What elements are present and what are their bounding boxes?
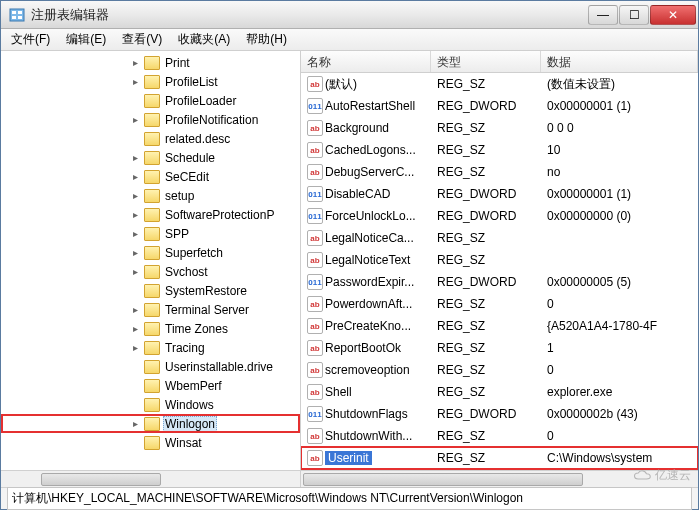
- menu-edit[interactable]: 编辑(E): [60, 29, 112, 50]
- list-row[interactable]: abLegalNoticeCa...REG_SZ: [301, 227, 698, 249]
- tree-horizontal-scrollbar[interactable]: [1, 470, 300, 487]
- scrollbar-thumb[interactable]: [303, 473, 583, 486]
- maximize-button[interactable]: ☐: [619, 5, 649, 25]
- tree-item-windows[interactable]: Windows: [1, 395, 300, 414]
- menu-file[interactable]: 文件(F): [5, 29, 56, 50]
- list-row[interactable]: abPowerdownAft...REG_SZ0: [301, 293, 698, 315]
- tree-item-time-zones[interactable]: ▸Time Zones: [1, 319, 300, 338]
- tree-item-tracing[interactable]: ▸Tracing: [1, 338, 300, 357]
- tree-item-userinstallable-drive[interactable]: Userinstallable.drive: [1, 357, 300, 376]
- minimize-button[interactable]: —: [588, 5, 618, 25]
- status-path: 计算机\HKEY_LOCAL_MACHINE\SOFTWARE\Microsof…: [7, 487, 692, 510]
- close-button[interactable]: ✕: [650, 5, 696, 25]
- column-name[interactable]: 名称: [301, 51, 431, 72]
- list-row[interactable]: abLegalNoticeTextREG_SZ: [301, 249, 698, 271]
- tree-item-softwareprotectionp[interactable]: ▸SoftwareProtectionP: [1, 205, 300, 224]
- titlebar[interactable]: 注册表编辑器 — ☐ ✕: [1, 1, 698, 29]
- menu-favorites[interactable]: 收藏夹(A): [172, 29, 236, 50]
- value-type: REG_DWORD: [431, 407, 541, 421]
- list-row[interactable]: 011AutoRestartShellREG_DWORD0x00000001 (…: [301, 95, 698, 117]
- expand-icon[interactable]: ▸: [129, 266, 141, 277]
- tree-item-winsat[interactable]: Winsat: [1, 433, 300, 452]
- list-row[interactable]: 011DisableCADREG_DWORD0x00000001 (1): [301, 183, 698, 205]
- value-name: Background: [325, 121, 431, 135]
- expand-icon[interactable]: ▸: [129, 418, 141, 429]
- expand-icon[interactable]: ▸: [129, 247, 141, 258]
- folder-icon: [144, 208, 160, 222]
- svg-rect-2: [12, 16, 16, 19]
- tree-body[interactable]: ▸Print▸ProfileListProfileLoader▸ProfileN…: [1, 51, 300, 470]
- list-body[interactable]: ab(默认)REG_SZ(数值未设置)011AutoRestartShellRE…: [301, 73, 698, 470]
- tree-item-schedule[interactable]: ▸Schedule: [1, 148, 300, 167]
- tree-item-terminal-server[interactable]: ▸Terminal Server: [1, 300, 300, 319]
- tree-item-label: ProfileNotification: [163, 113, 260, 127]
- folder-icon: [144, 170, 160, 184]
- list-row[interactable]: abReportBootOkREG_SZ1: [301, 337, 698, 359]
- expand-icon[interactable]: ▸: [129, 304, 141, 315]
- list-row[interactable]: abShutdownWith...REG_SZ0: [301, 425, 698, 447]
- list-row[interactable]: abPreCreateKno...REG_SZ{A520A1A4-1780-4F: [301, 315, 698, 337]
- folder-icon: [144, 265, 160, 279]
- column-type[interactable]: 类型: [431, 51, 541, 72]
- list-horizontal-scrollbar[interactable]: [301, 470, 698, 487]
- tree-item-profilenotification[interactable]: ▸ProfileNotification: [1, 110, 300, 129]
- expand-icon[interactable]: ▸: [129, 57, 141, 68]
- expand-icon[interactable]: ▸: [129, 342, 141, 353]
- expand-icon[interactable]: ▸: [129, 152, 141, 163]
- menu-help[interactable]: 帮助(H): [240, 29, 293, 50]
- tree-item-label: related.desc: [163, 132, 232, 146]
- expand-icon[interactable]: ▸: [129, 323, 141, 334]
- value-type: REG_DWORD: [431, 275, 541, 289]
- tree-item-secedit[interactable]: ▸SeCEdit: [1, 167, 300, 186]
- tree-item-profileloader[interactable]: ProfileLoader: [1, 91, 300, 110]
- column-data[interactable]: 数据: [541, 51, 698, 72]
- list-row[interactable]: 011PasswordExpir...REG_DWORD0x00000005 (…: [301, 271, 698, 293]
- tree-item-setup[interactable]: ▸setup: [1, 186, 300, 205]
- value-name: (默认): [325, 76, 431, 93]
- value-type: REG_SZ: [431, 253, 541, 267]
- tree-item-wbemperf[interactable]: WbemPerf: [1, 376, 300, 395]
- value-type-icon: 011: [305, 98, 325, 114]
- value-name: ShutdownFlags: [325, 407, 431, 421]
- registry-tree[interactable]: ▸Print▸ProfileListProfileLoader▸ProfileN…: [1, 51, 301, 487]
- value-name: PreCreateKno...: [325, 319, 431, 333]
- tree-item-related-desc[interactable]: related.desc: [1, 129, 300, 148]
- list-row[interactable]: abBackgroundREG_SZ0 0 0: [301, 117, 698, 139]
- scrollbar-thumb[interactable]: [41, 473, 161, 486]
- registry-values-list[interactable]: 名称 类型 数据 ab(默认)REG_SZ(数值未设置)011AutoResta…: [301, 51, 698, 487]
- list-row[interactable]: 011ForceUnlockLo...REG_DWORD0x00000000 (…: [301, 205, 698, 227]
- expand-icon[interactable]: ▸: [129, 209, 141, 220]
- value-type: REG_SZ: [431, 143, 541, 157]
- expand-icon[interactable]: ▸: [129, 114, 141, 125]
- list-row[interactable]: abUserinitREG_SZC:\Windows\system: [301, 447, 698, 469]
- list-row[interactable]: abCachedLogons...REG_SZ10: [301, 139, 698, 161]
- value-data: 0x00000005 (5): [541, 275, 698, 289]
- expand-icon[interactable]: ▸: [129, 76, 141, 87]
- list-row[interactable]: ab(默认)REG_SZ(数值未设置): [301, 73, 698, 95]
- expand-icon[interactable]: ▸: [129, 228, 141, 239]
- value-data: C:\Windows\system: [541, 451, 698, 465]
- list-row[interactable]: abscremoveoptionREG_SZ0: [301, 359, 698, 381]
- tree-item-superfetch[interactable]: ▸Superfetch: [1, 243, 300, 262]
- svg-rect-0: [10, 9, 24, 21]
- tree-item-label: ProfileList: [163, 75, 220, 89]
- tree-item-print[interactable]: ▸Print: [1, 53, 300, 72]
- list-row[interactable]: 011ShutdownFlagsREG_DWORD0x0000002b (43): [301, 403, 698, 425]
- menu-view[interactable]: 查看(V): [116, 29, 168, 50]
- tree-item-profilelist[interactable]: ▸ProfileList: [1, 72, 300, 91]
- value-data: 0x0000002b (43): [541, 407, 698, 421]
- expand-icon[interactable]: ▸: [129, 190, 141, 201]
- list-header: 名称 类型 数据: [301, 51, 698, 73]
- tree-item-systemrestore[interactable]: SystemRestore: [1, 281, 300, 300]
- list-row[interactable]: abShellREG_SZexplorer.exe: [301, 381, 698, 403]
- tree-item-svchost[interactable]: ▸Svchost: [1, 262, 300, 281]
- expand-icon[interactable]: ▸: [129, 171, 141, 182]
- value-data: explorer.exe: [541, 385, 698, 399]
- list-row[interactable]: abDebugServerC...REG_SZno: [301, 161, 698, 183]
- value-data: 0: [541, 297, 698, 311]
- tree-item-label: Winsat: [163, 436, 204, 450]
- tree-item-label: Winlogon: [163, 416, 217, 432]
- tree-item-spp[interactable]: ▸SPP: [1, 224, 300, 243]
- value-type-icon: ab: [305, 450, 325, 466]
- tree-item-winlogon[interactable]: ▸Winlogon: [1, 414, 300, 433]
